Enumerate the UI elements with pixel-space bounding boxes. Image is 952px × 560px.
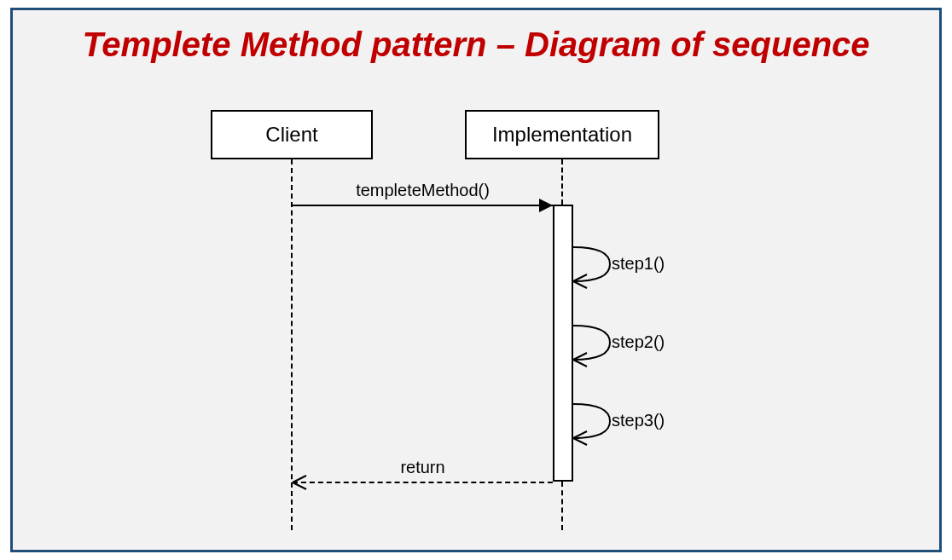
self-call-label-step3: step3() (612, 411, 665, 430)
svg-line-3 (573, 281, 587, 288)
diagram-frame: Templete Method pattern – Diagram of seq… (10, 8, 942, 552)
svg-line-5 (573, 360, 587, 367)
lifeline-label-client: Client (265, 123, 317, 147)
activation-implementation (553, 205, 573, 482)
sequence-diagram: Client Implementation templeteMethod() r… (13, 10, 944, 555)
self-call-label-step2: step2() (612, 332, 665, 352)
svg-line-4 (573, 353, 587, 360)
svg-line-6 (573, 431, 587, 438)
svg-line-7 (573, 438, 587, 445)
message-return-line (293, 482, 553, 483)
self-call-label-step1: step1() (612, 254, 665, 274)
lifeline-implementation-bottom (561, 482, 563, 530)
message-call-line (293, 205, 553, 206)
self-call-step1 (573, 247, 610, 288)
lifeline-head-client: Client (211, 110, 373, 159)
svg-line-1 (293, 482, 306, 489)
message-return-label: return (293, 458, 553, 477)
lifeline-implementation-top (561, 159, 563, 205)
self-call-step2 (573, 326, 610, 367)
lifeline-head-implementation: Implementation (465, 110, 659, 159)
svg-line-2 (573, 274, 587, 281)
message-call-label: templeteMethod() (293, 181, 553, 200)
lifeline-label-implementation: Implementation (492, 123, 632, 147)
self-call-step3 (573, 404, 610, 445)
